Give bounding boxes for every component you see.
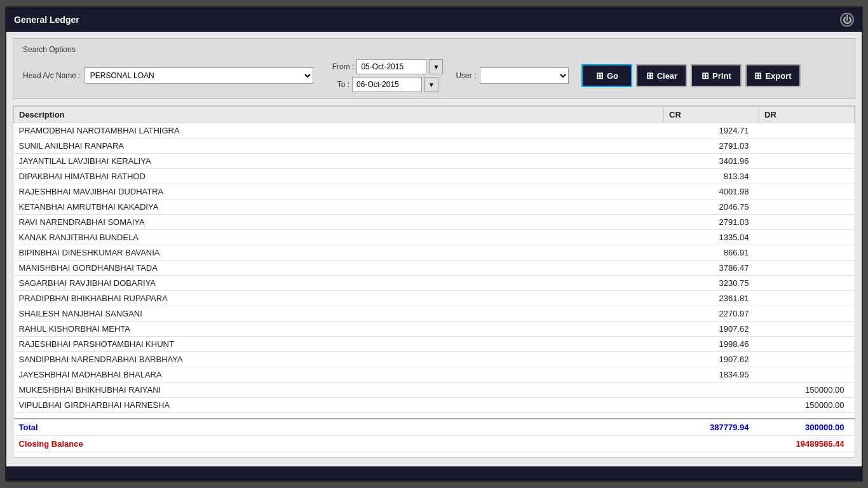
cell-dr: 150000.00: [759, 398, 855, 413]
cell-dr: [759, 291, 855, 306]
total-row: Total 387779.94 300000.00: [14, 419, 855, 436]
table-row: SAGARBHAI RAVJIBHAI DOBARIYA3230.75: [14, 276, 855, 291]
cell-dr: [759, 337, 855, 352]
cell-dr: [759, 184, 855, 200]
cell-description: JAYANTILAL LAVJIBHAI KERALIYA: [14, 154, 664, 169]
closing-label: Closing Balance: [14, 436, 664, 452]
col-cr: CR: [664, 107, 759, 123]
table-row: SHAILESH NANJBHAI SANGANI2270.97: [14, 306, 855, 322]
to-date-picker-button[interactable]: ▼: [424, 77, 438, 92]
cell-description: KANAK RANJITBHAI BUNDELA: [14, 230, 664, 245]
cell-cr: 1907.62: [664, 322, 759, 337]
cell-cr: [664, 413, 759, 419]
table-row: DIPAKBHAI HIMATBHAI RATHOD813.34: [14, 169, 855, 184]
closing-balance-row: Closing Balance 19489586.44: [14, 436, 855, 452]
total-cr: 387779.94: [664, 419, 759, 436]
cell-dr: [759, 123, 855, 139]
cell-cr: 2270.97: [664, 306, 759, 322]
cell-description: MANISHBHAI GORDHANBHAI TADA: [14, 261, 664, 276]
cell-dr: [759, 306, 855, 322]
cell-cr: [664, 398, 759, 413]
table-row: [14, 413, 855, 419]
table-row: JAYESHBHAI MADHABHAI BHALARA1834.95: [14, 367, 855, 383]
cell-cr: 2791.03: [664, 139, 759, 154]
cell-cr: 1907.62: [664, 352, 759, 367]
cell-cr: 813.34: [664, 169, 759, 184]
total-label: Total: [14, 419, 664, 436]
cell-cr: 3786.47: [664, 261, 759, 276]
print-icon: ⊞: [702, 71, 709, 81]
to-label: To :: [337, 80, 349, 89]
cell-description: KETANBHAI AMRUTBHAI KAKADIYA: [14, 200, 664, 215]
head-ac-label: Head A/c Name :: [23, 71, 81, 80]
from-label: From :: [332, 62, 355, 71]
print-button[interactable]: ⊞ Print: [691, 64, 742, 87]
from-date-picker-button[interactable]: ▼: [429, 59, 443, 74]
window-title: General Ledger: [14, 15, 79, 25]
bottom-bar: [6, 466, 862, 480]
cell-cr: 1335.04: [664, 230, 759, 245]
cell-description: PRAMODBHAI NAROTAMBHAI LATHIGRA: [14, 123, 664, 139]
from-date-input[interactable]: [356, 59, 426, 74]
cell-dr: [759, 322, 855, 337]
export-button[interactable]: ⊞ Export: [745, 64, 800, 87]
export-icon: ⊞: [754, 71, 762, 81]
cell-dr: 150000.00: [759, 383, 855, 398]
cell-description: MUKESHBHAI BHIKHUBHAI RAIYANI: [14, 383, 664, 398]
cell-cr: 2046.75: [664, 200, 759, 215]
col-dr: DR: [759, 107, 855, 123]
closing-dr: 19489586.44: [759, 436, 855, 452]
cell-cr: 3230.75: [664, 276, 759, 291]
table-row: RAVI NARENDRABHAI SOMAIYA2791.03: [14, 215, 855, 230]
table-row: MUKESHBHAI BHIKHUBHAI RAIYANI150000.00: [14, 383, 855, 398]
clear-button[interactable]: ⊞ Clear: [636, 64, 687, 87]
cell-description: PRADIPBHAI BHIKHABHAI RUPAPARA: [14, 291, 664, 306]
table-row: VIPULBHAI GIRDHARBHAI HARNESHA150000.00: [14, 398, 855, 413]
table-row: SUNIL ANILBHAI RANPARA2791.03: [14, 139, 855, 154]
cell-dr: [759, 169, 855, 184]
cell-description: [14, 413, 664, 419]
col-description: Description: [14, 107, 664, 123]
closing-cr: [664, 436, 759, 452]
cell-description: VIPULBHAI GIRDHARBHAI HARNESHA: [14, 398, 664, 413]
cell-description: BIPINBHAI DINESHKUMAR BAVANIA: [14, 245, 664, 261]
user-label: User :: [456, 71, 476, 80]
cell-description: SUNIL ANILBHAI RANPARA: [14, 139, 664, 154]
to-date-input[interactable]: [352, 77, 422, 92]
cell-dr: [759, 276, 855, 291]
table-row: BIPINBHAI DINESHKUMAR BAVANIA866.91: [14, 245, 855, 261]
power-button[interactable]: ⏻: [840, 13, 854, 27]
cell-description: RAJESHBHAI PARSHOTAMBHAI KHUNT: [14, 337, 664, 352]
cell-description: SAGARBHAI RAVJIBHAI DOBARIYA: [14, 276, 664, 291]
cell-dr: [759, 413, 855, 419]
cell-description: DIPAKBHAI HIMATBHAI RATHOD: [14, 169, 664, 184]
go-button[interactable]: ⊞ Go: [581, 64, 632, 87]
cell-cr: 1834.95: [664, 367, 759, 383]
table-row: SANDIPBHAI NARENDRABHAI BARBHAYA1907.62: [14, 352, 855, 367]
cell-dr: [759, 367, 855, 383]
cell-dr: [759, 139, 855, 154]
cell-dr: [759, 154, 855, 169]
table-row: RAJESHBHAI PARSHOTAMBHAI KHUNT1998.46: [14, 337, 855, 352]
cell-cr: 1998.46: [664, 337, 759, 352]
cell-description: RAHUL KISHORBHAI MEHTA: [14, 322, 664, 337]
table-row: RAJESHBHAI MAVJIBHAI DUDHATRA4001.98: [14, 184, 855, 200]
cell-cr: [664, 383, 759, 398]
cell-cr: 1924.71: [664, 123, 759, 139]
cell-cr: 4001.98: [664, 184, 759, 200]
cell-dr: [759, 245, 855, 261]
cell-dr: [759, 261, 855, 276]
cell-description: SHAILESH NANJBHAI SANGANI: [14, 306, 664, 322]
cell-description: RAJESHBHAI MAVJIBHAI DUDHATRA: [14, 184, 664, 200]
head-ac-select[interactable]: PERSONAL LOAN: [85, 67, 313, 84]
cell-cr: 3401.96: [664, 154, 759, 169]
cell-cr: 866.91: [664, 245, 759, 261]
cell-description: RAVI NARENDRABHAI SOMAIYA: [14, 215, 664, 230]
table-row: MANISHBHAI GORDHANBHAI TADA3786.47: [14, 261, 855, 276]
cell-cr: 2791.03: [664, 215, 759, 230]
cell-description: JAYESHBHAI MADHABHAI BHALARA: [14, 367, 664, 383]
search-panel-title: Search Options: [23, 45, 845, 54]
user-select[interactable]: [480, 67, 569, 84]
cell-dr: [759, 352, 855, 367]
cell-description: SANDIPBHAI NARENDRABHAI BARBHAYA: [14, 352, 664, 367]
